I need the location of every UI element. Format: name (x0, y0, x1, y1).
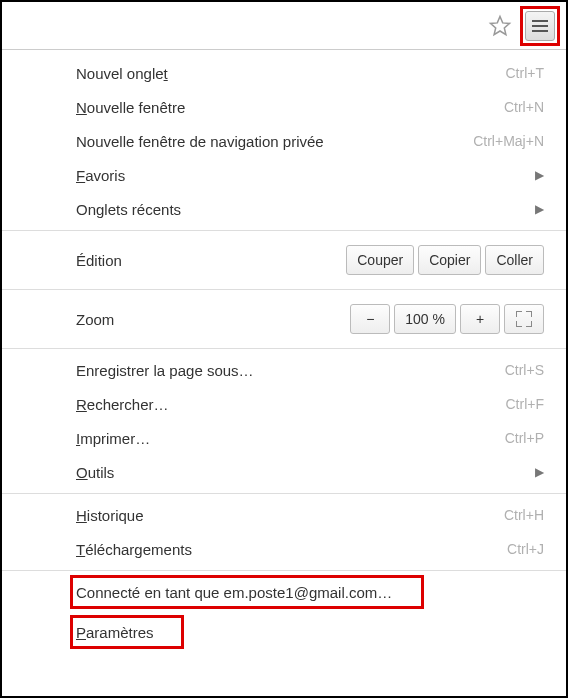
menu-label: Imprimer… (76, 430, 493, 447)
edition-buttons: Couper Copier Coller (346, 245, 544, 275)
divider (2, 230, 566, 231)
menu-label: Onglets récents (76, 201, 523, 218)
main-menu-button[interactable] (525, 11, 555, 41)
menu-print[interactable]: Imprimer… Ctrl+P (2, 421, 566, 455)
divider (2, 348, 566, 349)
menu-downloads[interactable]: Téléchargements Ctrl+J (2, 532, 566, 566)
zoom-in-button[interactable]: + (460, 304, 500, 334)
menu-new-window[interactable]: Nouvelle fenêtre Ctrl+N (2, 90, 566, 124)
menu-find[interactable]: Rechercher… Ctrl+F (2, 387, 566, 421)
shortcut: Ctrl+F (506, 396, 545, 412)
shortcut: Ctrl+N (504, 99, 544, 115)
menu-label: Zoom (76, 311, 342, 328)
divider (2, 493, 566, 494)
menu-label: Téléchargements (76, 541, 495, 558)
menu-label: Paramètres (76, 624, 544, 641)
menu-favorites[interactable]: Favoris ▶ (2, 158, 566, 192)
menu-edition-row: Édition Couper Copier Coller (2, 235, 566, 285)
menu-save-page[interactable]: Enregistrer la page sous… Ctrl+S (2, 353, 566, 387)
chevron-right-icon: ▶ (535, 465, 544, 479)
shortcut: Ctrl+P (505, 430, 544, 446)
shortcut: Ctrl+T (506, 65, 545, 81)
main-menu: Nouvel onglet Ctrl+T Nouvelle fenêtre Ct… (2, 50, 566, 649)
svg-marker-0 (491, 16, 510, 34)
menu-label: Outils (76, 464, 523, 481)
menu-label: Nouvelle fenêtre de navigation privée (76, 133, 461, 150)
menu-new-private-window[interactable]: Nouvelle fenêtre de navigation privée Ct… (2, 124, 566, 158)
menu-connected-as[interactable]: Connecté en tant que em.poste1@gmail.com… (2, 575, 566, 609)
shortcut: Ctrl+Maj+N (473, 133, 544, 149)
menu-label: Enregistrer la page sous… (76, 362, 493, 379)
menu-label: Rechercher… (76, 396, 494, 413)
menu-label: Édition (76, 252, 338, 269)
cut-button[interactable]: Couper (346, 245, 414, 275)
top-bar (2, 2, 566, 50)
chevron-right-icon: ▶ (535, 202, 544, 216)
menu-tools[interactable]: Outils ▶ (2, 455, 566, 489)
hamburger-highlight (520, 6, 560, 46)
menu-new-tab[interactable]: Nouvel onglet Ctrl+T (2, 56, 566, 90)
chevron-right-icon: ▶ (535, 168, 544, 182)
divider (2, 570, 566, 571)
zoom-value: 100 % (394, 304, 456, 334)
shortcut: Ctrl+S (505, 362, 544, 378)
menu-label: Nouvelle fenêtre (76, 99, 492, 116)
copy-button[interactable]: Copier (418, 245, 481, 275)
bookmark-star-icon[interactable] (486, 12, 514, 40)
menu-zoom-row: Zoom − 100 % + (2, 294, 566, 344)
menu-settings[interactable]: Paramètres (2, 615, 566, 649)
fullscreen-icon (516, 311, 532, 327)
menu-label: Connecté en tant que em.poste1@gmail.com… (76, 584, 544, 601)
menu-label: Nouvel onglet (76, 65, 494, 82)
menu-recent-tabs[interactable]: Onglets récents ▶ (2, 192, 566, 226)
shortcut: Ctrl+J (507, 541, 544, 557)
paste-button[interactable]: Coller (485, 245, 544, 275)
menu-history[interactable]: Historique Ctrl+H (2, 498, 566, 532)
shortcut: Ctrl+H (504, 507, 544, 523)
zoom-buttons: − 100 % + (350, 304, 544, 334)
fullscreen-button[interactable] (504, 304, 544, 334)
menu-label: Favoris (76, 167, 523, 184)
divider (2, 289, 566, 290)
menu-label: Historique (76, 507, 492, 524)
hamburger-icon (532, 20, 548, 32)
zoom-out-button[interactable]: − (350, 304, 390, 334)
